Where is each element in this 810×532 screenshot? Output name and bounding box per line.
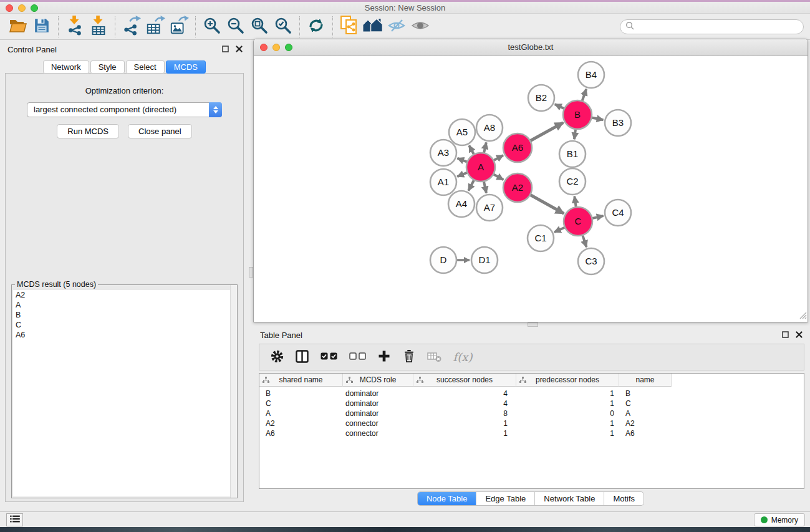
divider-handle[interactable] (249, 267, 253, 278)
node-A4[interactable]: A4 (448, 191, 475, 217)
memory-button[interactable]: Memory (754, 513, 805, 526)
node-A8[interactable]: A8 (476, 115, 503, 141)
tab-mcds[interactable]: MCDS (166, 60, 206, 74)
node-C[interactable]: C (564, 207, 592, 236)
search-field[interactable] (620, 19, 804, 34)
node-C4[interactable]: C4 (605, 200, 631, 226)
minimize-network-button[interactable] (272, 44, 280, 51)
zoom-network-button[interactable] (285, 44, 292, 51)
table-row[interactable]: Bdominator41B (259, 389, 804, 399)
import-table-button[interactable] (87, 16, 110, 38)
table-cell: A (259, 409, 343, 418)
tab-network[interactable]: Network (43, 60, 89, 74)
toolbar-separator (195, 16, 196, 37)
criterion-dropdown[interactable]: largest connected component (directed) (27, 102, 222, 117)
mcds-result-item[interactable]: B (13, 310, 236, 320)
close-panel-icon[interactable] (796, 331, 803, 340)
horizontal-split-divider[interactable] (253, 322, 810, 327)
node-C3[interactable]: C3 (578, 248, 604, 274)
table-cell: 0 (516, 409, 619, 418)
table-row[interactable]: A6connector11A6 (259, 428, 804, 438)
zoom-selected-button[interactable] (271, 16, 295, 38)
column-header-successor-nodes[interactable]: successor nodes (413, 374, 516, 387)
close-network-button[interactable] (260, 44, 268, 51)
open-network-file-button[interactable] (337, 16, 361, 38)
tab-motifs[interactable]: Motifs (604, 492, 644, 505)
mcds-result-list[interactable]: A2ABCA6 (13, 290, 236, 496)
node-C1[interactable]: C1 (528, 225, 554, 251)
table-row[interactable]: Cdominator41C (259, 399, 804, 409)
hide-graphics-details-button[interactable] (385, 16, 408, 38)
table-row[interactable]: A2connector11A2 (259, 418, 804, 428)
result-list-scrollbar[interactable] (230, 285, 237, 498)
node-A6[interactable]: A6 (503, 133, 532, 162)
node-D1[interactable]: D1 (471, 247, 498, 273)
float-panel-icon[interactable] (782, 331, 789, 340)
deselect-all-button[interactable] (348, 349, 367, 366)
node-A[interactable]: A (466, 153, 495, 181)
add-row-button[interactable] (377, 349, 392, 366)
import-network-button[interactable] (63, 16, 87, 38)
run-mcds-button[interactable]: Run MCDS (57, 124, 119, 138)
float-panel-icon[interactable] (222, 45, 229, 54)
export-image-icon (169, 16, 189, 37)
zoom-fit-button[interactable] (248, 16, 271, 38)
zoom-out-button[interactable] (224, 16, 248, 38)
mcds-result-item[interactable]: A2 (13, 290, 236, 300)
node-A7[interactable]: A7 (476, 195, 503, 221)
node-B1[interactable]: B1 (559, 141, 586, 167)
mcds-result-title: MCDS result (5 nodes) (15, 280, 98, 289)
status-bar: Memory (0, 511, 810, 527)
column-header-predecessor-nodes[interactable]: predecessor nodes (516, 374, 619, 387)
node-A3[interactable]: A3 (430, 140, 456, 166)
open-file-button[interactable] (6, 16, 30, 38)
node-D[interactable]: D (430, 247, 456, 273)
show-graphics-details-button[interactable] (408, 16, 432, 38)
tab-edge-table[interactable]: Edge Table (476, 492, 534, 505)
mcds-result-group: MCDS result (5 nodes) A2ABCA6 (11, 284, 238, 498)
mcds-result-item[interactable]: A6 (13, 330, 236, 340)
tab-select[interactable]: Select (126, 60, 165, 74)
table-row[interactable]: Adominator80A (259, 409, 804, 418)
function-builder-button[interactable]: f(x) (451, 349, 474, 366)
node-B[interactable]: B (563, 100, 592, 129)
export-table-button[interactable] (143, 16, 167, 38)
mcds-result-item[interactable]: A (13, 300, 236, 310)
column-header-mcds-role[interactable]: MCDS role (343, 374, 413, 387)
window-titlebar[interactable]: Session: New Session (0, 2, 810, 14)
resize-grip-icon[interactable] (798, 311, 807, 321)
column-header-name[interactable]: name (619, 374, 672, 387)
network-window-titlebar[interactable]: testGlobe.txt (254, 39, 808, 56)
refresh-button[interactable] (304, 16, 328, 38)
show-column-button[interactable] (294, 349, 309, 366)
table-cell: 1 (413, 428, 516, 438)
tab-node-table[interactable]: Node Table (418, 492, 476, 505)
table-settings-button[interactable] (269, 349, 284, 366)
node-B2[interactable]: B2 (528, 85, 554, 111)
node-A5[interactable]: A5 (449, 119, 475, 145)
network-canvas[interactable]: B4B2BB3A8A5A6A3B1AA1C2A2A4A7CC4C1C3DD1 (254, 56, 808, 322)
toolbar-separator (332, 16, 333, 37)
node-C2[interactable]: C2 (559, 168, 586, 195)
save-session-button[interactable] (30, 16, 54, 38)
task-history-button[interactable] (6, 513, 23, 526)
close-panel-button[interactable]: Close panel (128, 124, 192, 138)
zoom-in-button[interactable] (200, 16, 224, 38)
close-panel-icon[interactable] (236, 45, 243, 54)
node-A1[interactable]: A1 (430, 169, 456, 195)
tab-style[interactable]: Style (90, 60, 125, 74)
delete-rows-button[interactable] (402, 349, 417, 366)
tab-network-table[interactable]: Network Table (534, 492, 604, 505)
node-A2[interactable]: A2 (503, 173, 532, 202)
export-image-button[interactable] (167, 16, 191, 38)
export-network-button[interactable] (120, 16, 143, 38)
delete-table-button[interactable] (427, 349, 441, 366)
node-B4[interactable]: B4 (578, 62, 604, 88)
mcds-result-item[interactable]: C (13, 320, 236, 330)
home-network-button[interactable] (361, 16, 385, 38)
divider-handle[interactable] (528, 322, 538, 327)
column-header-shared-name[interactable]: shared name (259, 374, 343, 387)
node-B3[interactable]: B3 (605, 110, 631, 136)
select-all-button[interactable] (319, 349, 338, 366)
search-input[interactable] (634, 21, 803, 32)
